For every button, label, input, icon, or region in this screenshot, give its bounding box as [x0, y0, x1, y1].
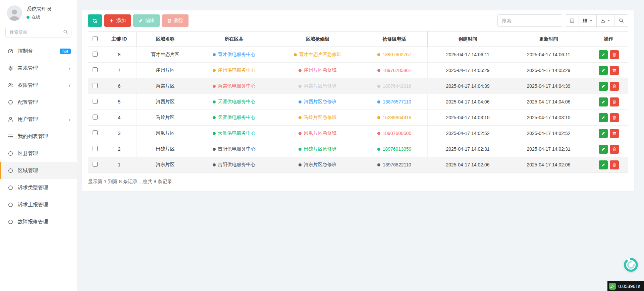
cell-created: 2025-04-17 14:04:39	[428, 78, 508, 94]
row-checkbox[interactable]	[93, 67, 98, 72]
row-edit-button[interactable]	[599, 97, 608, 106]
row-checkbox[interactable]	[93, 52, 98, 57]
table-row[interactable]: 4马岭片区天涯供电服务中心马岭片区急修班152898649162025-04-1…	[88, 110, 628, 126]
row-delete-button[interactable]	[610, 160, 619, 169]
sidebar-item-1[interactable]: 常规管理‹	[0, 60, 77, 77]
col-header-group[interactable]: 区域抢修组	[274, 31, 361, 47]
main-content: 添加 编辑 删除	[77, 0, 644, 291]
row-delete-button[interactable]	[610, 50, 619, 59]
cell-updated: 2025-04-17 14:04:39	[508, 78, 589, 94]
cell-updated: 2025-04-17 14:05:29	[508, 63, 589, 78]
sidebar-item-0[interactable]: 控制台hot	[0, 43, 77, 60]
cell-id: 1	[102, 157, 137, 173]
brand-logo[interactable]	[624, 258, 638, 272]
cell-region-name: 凤凰片区	[137, 126, 194, 141]
table-row[interactable]: 2田独片区吉阳供电服务中心田独片区抢修班189760130592025-04-1…	[88, 141, 628, 157]
row-edit-button[interactable]	[599, 50, 608, 59]
menu-search-input[interactable]	[5, 27, 71, 38]
columns-dropdown-button[interactable]	[579, 14, 597, 27]
search-icon	[63, 29, 68, 34]
toggle-search-button[interactable]	[614, 14, 628, 27]
status-dot	[377, 100, 380, 103]
chevron-left-icon: ‹	[69, 117, 71, 123]
trace-icon	[609, 283, 616, 290]
sidebar-item-9[interactable]: 诉求上报管理	[0, 196, 77, 213]
caret-down-icon	[607, 19, 610, 22]
table-search-input[interactable]	[497, 14, 562, 27]
toolbar: 添加 编辑 删除	[88, 14, 628, 27]
cell-repair-group: 河西片区急修班	[274, 94, 361, 110]
col-header-created[interactable]: 创建时间	[428, 31, 508, 47]
status-dot	[299, 116, 302, 119]
table-row[interactable]: 3凤凰片区天涯供电服务中心凤凰片区急修班189076005002025-04-1…	[88, 126, 628, 141]
cell-phone: 18907600500	[361, 126, 428, 141]
sidebar-item-7[interactable]: 区域管理	[0, 162, 77, 179]
row-edit-button[interactable]	[599, 66, 608, 75]
status-dot	[377, 163, 380, 166]
data-table: 主键 ID 区域名称 所在区县 区域抢修组 抢修组电话 创建时间 更新时间 操作…	[88, 31, 628, 173]
row-delete-button[interactable]	[610, 129, 619, 138]
col-header-name[interactable]: 区域名称	[137, 31, 194, 47]
table-row[interactable]: 6海棠片区海棠供电服务中心海棠片区急修班189764420162025-04-1…	[88, 78, 628, 94]
row-edit-button[interactable]	[599, 113, 608, 122]
col-header-phone[interactable]: 抢修组电话	[361, 31, 428, 47]
row-checkbox[interactable]	[93, 146, 98, 151]
cell-ops	[589, 110, 628, 126]
row-edit-button[interactable]	[599, 145, 608, 154]
export-dropdown-button[interactable]	[596, 14, 614, 27]
cell-phone: 13976822110	[361, 157, 428, 173]
row-delete-button[interactable]	[610, 145, 619, 154]
row-delete-button[interactable]	[610, 113, 619, 122]
records-summary: 显示第 1 到第 8 条记录，总共 8 条记录	[88, 178, 628, 185]
table-row[interactable]: 1河东片区吉阳供电服务中心河东片区急修班139768221102025-04-1…	[88, 157, 628, 173]
col-header-district[interactable]: 所在区县	[194, 31, 274, 47]
cell-created: 2025-04-17 14:03:10	[428, 110, 508, 126]
toggle-view-button[interactable]	[565, 14, 579, 27]
sidebar-item-8[interactable]: 诉求类型管理	[0, 179, 77, 196]
avatar[interactable]	[7, 5, 22, 21]
row-delete-button[interactable]	[610, 66, 619, 75]
add-button[interactable]: 添加	[104, 14, 131, 27]
cell-repair-group: 育才生态片区急修班	[274, 47, 361, 63]
sidebar-item-6[interactable]: 区县管理	[0, 145, 77, 162]
cell-updated: 2025-04-17 14:03:10	[508, 110, 589, 126]
edit-button[interactable]: 编辑	[133, 14, 160, 27]
cell-repair-group: 马岭片区急修班	[274, 110, 361, 126]
cell-region-name: 河西片区	[137, 94, 194, 110]
row-checkbox[interactable]	[93, 99, 98, 104]
col-header-updated[interactable]: 更新时间	[508, 31, 589, 47]
sidebar-item-4[interactable]: 用户管理‹	[0, 111, 77, 128]
table-row[interactable]: 7崖州片区崖州供电服务中心崖州片区急修班189762858612025-04-1…	[88, 63, 628, 78]
row-delete-button[interactable]	[610, 97, 619, 106]
delete-button[interactable]: 删除	[162, 14, 189, 27]
status-dot	[377, 85, 380, 88]
select-all-checkbox[interactable]	[93, 36, 98, 41]
sidebar-item-10[interactable]: 故障报修管理	[0, 213, 77, 230]
sidebar-item-label: 权限管理	[18, 82, 38, 88]
cell-created: 2025-04-17 14:05:29	[428, 63, 508, 78]
table-row[interactable]: 5河西片区天涯供电服务中心河西片区急修班138765771102025-04-1…	[88, 94, 628, 110]
row-checkbox[interactable]	[93, 83, 98, 88]
row-edit-button[interactable]	[599, 129, 608, 138]
row-checkbox[interactable]	[93, 115, 98, 120]
row-edit-button[interactable]	[599, 82, 608, 91]
sidebar-item-label: 诉求上报管理	[18, 202, 48, 208]
refresh-button[interactable]	[88, 14, 102, 27]
row-checkbox[interactable]	[93, 130, 98, 135]
cell-created: 2025-04-17 14:06:11	[428, 47, 508, 63]
user-info: 系统管理员 在线	[26, 6, 52, 20]
sidebar-item-5[interactable]: 我的列表管理	[0, 128, 77, 145]
col-header-id[interactable]: 主键 ID	[102, 31, 137, 47]
cell-district: 育才供电服务中心	[194, 47, 274, 63]
trace-bar[interactable]: 0.053961s	[607, 281, 644, 291]
row-delete-button[interactable]	[610, 82, 619, 91]
row-checkbox[interactable]	[93, 162, 98, 167]
cell-ops	[589, 157, 628, 173]
sidebar-item-2[interactable]: 权限管理‹	[0, 77, 77, 94]
cell-updated: 2025-04-17 14:02:06	[508, 157, 589, 173]
row-edit-button[interactable]	[599, 160, 608, 169]
sidebar-item-3[interactable]: 配置管理	[0, 94, 77, 111]
table-row[interactable]: 8育才生态片区育才供电服务中心育才生态片区急修班189076027672025-…	[88, 47, 628, 63]
sidebar-item-label: 诉求类型管理	[18, 185, 48, 191]
cell-created: 2025-04-17 14:02:06	[428, 157, 508, 173]
